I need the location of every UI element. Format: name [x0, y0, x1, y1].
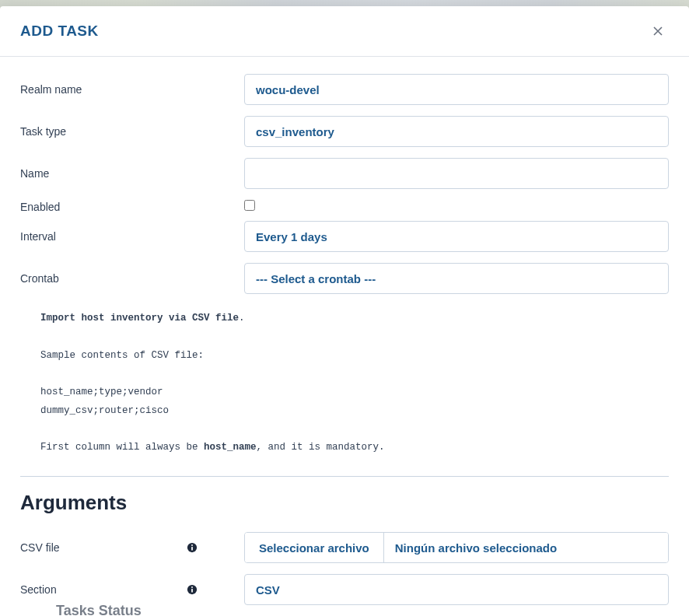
- background-partial-text: Tasks Status: [56, 603, 142, 616]
- name-input[interactable]: [244, 158, 669, 189]
- section-label-wrap: Section: [20, 583, 244, 596]
- desc-line5-prefix: First column will always be: [40, 442, 204, 453]
- svg-rect-1: [191, 547, 193, 550]
- name-label: Name: [20, 167, 244, 180]
- interval-row: Interval: [20, 221, 669, 252]
- enabled-row: Enabled: [20, 200, 669, 213]
- desc-line1-bold: Import host inventory via CSV file: [40, 313, 239, 324]
- desc-line2: Sample contents of CSV file:: [40, 350, 204, 361]
- divider: [20, 476, 669, 477]
- desc-line5-bold: host_name: [204, 442, 257, 453]
- svg-point-2: [191, 544, 193, 546]
- close-icon: [650, 23, 666, 39]
- enabled-checkbox[interactable]: [244, 200, 255, 211]
- realm-name-row: Realm name: [20, 74, 669, 105]
- section-input[interactable]: [244, 574, 669, 605]
- task-type-label: Task type: [20, 125, 244, 138]
- svg-point-5: [191, 586, 193, 588]
- realm-name-input[interactable]: [244, 74, 669, 105]
- crontab-label: Crontab: [20, 272, 244, 285]
- csv-file-label-wrap: CSV file: [20, 541, 244, 554]
- add-task-modal: ADD TASK Realm name Task type Name Enabl…: [0, 6, 689, 616]
- close-button[interactable]: [647, 20, 669, 42]
- task-type-input[interactable]: [244, 116, 669, 147]
- realm-name-label: Realm name: [20, 83, 244, 96]
- file-status-text: Ningún archivo seleccionado: [384, 533, 668, 562]
- section-label: Section: [20, 583, 57, 596]
- crontab-select[interactable]: [244, 263, 669, 294]
- info-icon[interactable]: [187, 584, 198, 595]
- modal-title: ADD TASK: [20, 23, 99, 40]
- desc-line5-suffix: , and it is mandatory.: [257, 442, 385, 453]
- task-description: Import host inventory via CSV file. Samp…: [20, 294, 669, 476]
- modal-body: Realm name Task type Name Enabled Interv…: [0, 57, 689, 616]
- csv-file-label: CSV file: [20, 541, 60, 554]
- svg-rect-4: [191, 589, 193, 592]
- desc-line1-suffix: .: [239, 313, 245, 324]
- task-type-row: Task type: [20, 116, 669, 147]
- enabled-label: Enabled: [20, 200, 244, 213]
- file-select-button[interactable]: Seleccionar archivo: [245, 533, 384, 562]
- crontab-row: Crontab: [20, 263, 669, 294]
- info-icon[interactable]: [187, 542, 198, 553]
- desc-line3: host_name;type;vendor: [40, 387, 163, 397]
- desc-line4: dummy_csv;router;cisco: [40, 405, 169, 416]
- csv-file-row: CSV file Seleccionar archivo Ningún arch…: [20, 532, 669, 563]
- interval-input[interactable]: [244, 221, 669, 252]
- csv-file-input-group: Seleccionar archivo Ningún archivo selec…: [244, 532, 669, 563]
- arguments-heading: Arguments: [20, 491, 669, 515]
- name-row: Name: [20, 158, 669, 189]
- modal-header: ADD TASK: [0, 6, 689, 57]
- interval-label: Interval: [20, 230, 244, 243]
- section-row: Section: [20, 574, 669, 605]
